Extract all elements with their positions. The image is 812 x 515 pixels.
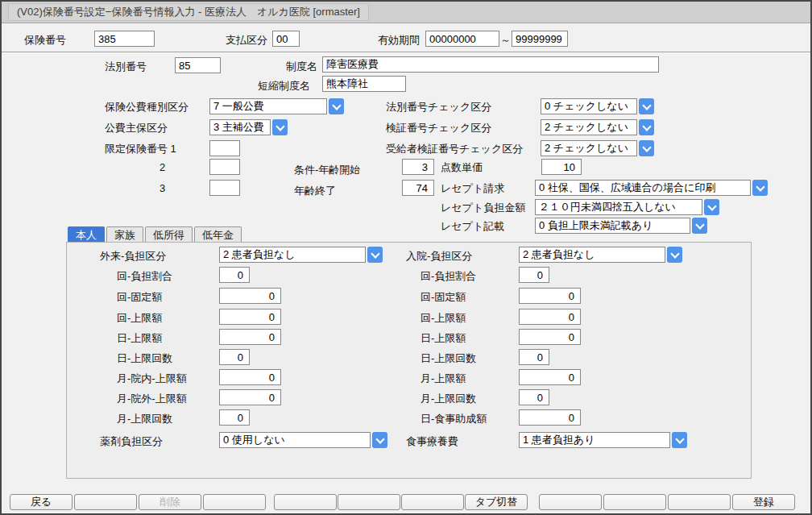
outpatient-per-time-burden-rate-input[interactable]	[219, 267, 250, 283]
tab-strip: 本人 家族 低所得 低年金	[68, 226, 242, 243]
receipt-burden-amount-select[interactable]: ２１０円未満四捨五入しない	[535, 199, 719, 215]
outpatient-drug-burden-category-select[interactable]: 0 使用しない	[219, 432, 387, 448]
outpatient-per-time-max-amount-input[interactable]	[219, 309, 281, 325]
chevron-down-icon[interactable]	[639, 140, 654, 156]
public-main-insurance-select[interactable]: 3 主補公費	[209, 119, 288, 135]
recipient-verification-check-value: 2 チェックしない	[541, 140, 637, 156]
inpatient-daily-meal-subsidy-label: 日-食事助成額	[420, 413, 487, 425]
system-name-label: 制度名	[286, 60, 317, 73]
receipt-claim-select[interactable]: 0 社保、国保、広域連合の場合に印刷	[535, 180, 768, 196]
outpatient-drug-burden-category-value: 0 使用しない	[219, 432, 371, 448]
inpatient-meal-treatment-cost-select[interactable]: 1 患者負担あり	[519, 432, 687, 448]
inpatient-per-time-burden-rate-input[interactable]	[519, 267, 549, 283]
point-unit-price-input[interactable]	[541, 159, 582, 175]
insurance-number-label: 保険番号	[24, 34, 66, 46]
inpatient-per-time-fixed-amount-label: 回-固定額	[420, 291, 466, 303]
function-button-11[interactable]	[668, 494, 731, 510]
point-unit-price-label: 点数単価	[441, 161, 483, 173]
system-name-input[interactable]	[322, 56, 659, 73]
chevron-down-icon[interactable]	[692, 218, 707, 234]
law-number-check-select[interactable]: 0 チェックしない	[541, 98, 654, 114]
limited-insurance-number-2-label: 2	[160, 161, 165, 173]
valid-period-from-input[interactable]	[425, 31, 499, 47]
limited-insurance-number-2-input[interactable]	[209, 159, 240, 175]
payment-category-label: 支払区分	[226, 34, 267, 46]
valid-period-label: 有効期間	[378, 34, 420, 46]
receipt-entry-value: 0 負担上限未満記載あり	[535, 218, 690, 234]
chevron-down-icon[interactable]	[639, 98, 654, 114]
receipt-entry-select[interactable]: 0 負担上限未満記載あり	[535, 218, 707, 234]
inpatient-daily-meal-subsidy-input[interactable]	[519, 409, 581, 426]
inpatient-daily-max-amount-input[interactable]	[519, 329, 581, 345]
condition-age-start-input[interactable]	[402, 159, 434, 175]
tab-family[interactable]: 家族	[106, 226, 143, 243]
function-button-5[interactable]	[274, 494, 337, 510]
window-title: (V02)保険番号設定−保険番号情報入力 - 医療法人 オルカ医院 [ormas…	[8, 3, 369, 21]
chevron-down-icon[interactable]	[367, 247, 383, 263]
law-number-check-value: 0 チェックしない	[541, 98, 637, 114]
inpatient-per-time-fixed-amount-input[interactable]	[519, 288, 581, 304]
function-button-9[interactable]	[539, 494, 602, 510]
outpatient-monthly-out-hospital-max-input[interactable]	[219, 389, 281, 405]
function-button-2[interactable]	[74, 494, 137, 510]
chevron-down-icon[interactable]	[372, 432, 387, 448]
valid-period-tilde-label: ～	[500, 34, 511, 46]
short-system-name-input[interactable]	[322, 76, 406, 92]
tab-low-pension[interactable]: 低年金	[194, 226, 242, 243]
back-button[interactable]: 戻る	[10, 494, 72, 510]
chevron-down-icon[interactable]	[639, 119, 654, 135]
chevron-down-icon[interactable]	[752, 180, 768, 196]
chevron-down-icon[interactable]	[272, 119, 288, 135]
limited-insurance-number-3-input[interactable]	[209, 180, 240, 196]
outpatient-per-time-fixed-amount-input[interactable]	[219, 288, 281, 304]
outpatient-monthly-max-count-label: 月-上限回数	[117, 413, 172, 425]
limited-insurance-number-1-input[interactable]	[209, 140, 240, 156]
chevron-down-icon[interactable]	[667, 247, 682, 263]
tab-self[interactable]: 本人	[68, 226, 105, 243]
function-button-7[interactable]	[401, 494, 464, 510]
valid-period-to-input[interactable]	[512, 31, 568, 47]
inpatient-burden-category-value: 2 患者負担なし	[519, 247, 665, 263]
verification-number-check-select[interactable]: 2 チェックしない	[541, 119, 654, 135]
receipt-claim-label: レセプト請求	[441, 182, 504, 194]
outpatient-daily-max-count-label: 日-上限回数	[117, 352, 172, 364]
inpatient-monthly-max-amount-input[interactable]	[519, 369, 581, 385]
register-button[interactable]: 登録	[732, 494, 795, 510]
delete-button[interactable]: 削除	[139, 494, 201, 510]
inpatient-monthly-max-count-input[interactable]	[519, 389, 549, 405]
inpatient-daily-max-count-input[interactable]	[519, 349, 549, 365]
chevron-down-icon[interactable]	[329, 98, 344, 114]
function-button-10[interactable]	[603, 494, 666, 510]
outpatient-daily-max-count-input[interactable]	[219, 349, 250, 365]
inpatient-per-time-max-amount-label: 回-上限額	[420, 312, 466, 324]
law-number-check-label: 法別番号チェック区分	[386, 101, 491, 113]
outpatient-burden-category-select[interactable]: 2 患者負担なし	[219, 247, 383, 263]
chevron-down-icon[interactable]	[672, 432, 687, 448]
receipt-entry-label: レセプト記載	[441, 220, 504, 232]
function-button-4[interactable]	[203, 494, 266, 510]
law-number-label: 法別番号	[105, 60, 147, 73]
insurance-public-type-value: 7 一般公費	[209, 98, 327, 114]
inpatient-per-time-burden-rate-label: 回-負担割合	[420, 270, 476, 282]
inpatient-burden-category-select[interactable]: 2 患者負担なし	[519, 247, 682, 263]
short-system-name-label: 短縮制度名	[258, 80, 310, 92]
recipient-verification-check-select[interactable]: 2 チェックしない	[541, 140, 654, 156]
age-end-input[interactable]	[402, 180, 434, 196]
outpatient-monthly-max-count-input[interactable]	[219, 409, 250, 426]
outpatient-burden-category-value: 2 患者負担なし	[219, 247, 366, 263]
function-button-6[interactable]	[338, 494, 400, 510]
tab-switch-button[interactable]: タブ切替	[465, 494, 528, 510]
payment-category-input[interactable]	[272, 31, 300, 47]
outpatient-daily-max-amount-input[interactable]	[219, 329, 281, 345]
receipt-burden-amount-value: ２１０円未満四捨五入しない	[535, 199, 702, 215]
outpatient-per-time-max-amount-label: 回-上限額	[117, 312, 162, 324]
insurance-number-input[interactable]	[94, 31, 155, 47]
outpatient-monthly-in-hospital-max-input[interactable]	[219, 369, 281, 385]
tab-low-income[interactable]: 低所得	[145, 226, 193, 243]
age-end-label: 年齢終了	[294, 185, 336, 197]
insurance-public-type-select[interactable]: 7 一般公費	[209, 98, 344, 114]
chevron-down-icon[interactable]	[704, 199, 719, 215]
title-bar: (V02)保険番号設定−保険番号情報入力 - 医療法人 オルカ医院 [ormas…	[2, 2, 810, 23]
inpatient-per-time-max-amount-input[interactable]	[519, 309, 581, 325]
law-number-input[interactable]	[175, 57, 221, 73]
